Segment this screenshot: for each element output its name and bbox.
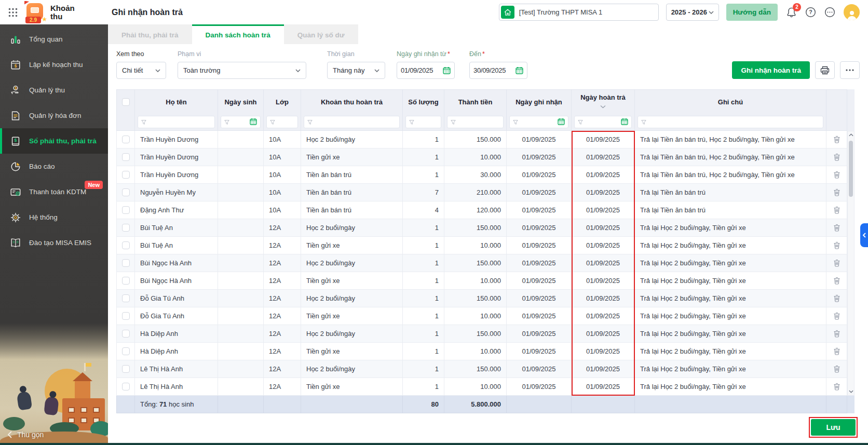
row-checkbox[interactable]	[122, 294, 130, 302]
row-checkbox[interactable]	[122, 153, 130, 161]
delete-row-button[interactable]	[833, 188, 840, 196]
delete-row-button[interactable]	[833, 224, 840, 232]
record-refund-button[interactable]: Ghi nhận hoàn trả	[732, 61, 810, 79]
header-actions-cell	[826, 89, 847, 114]
sidebar-collapse-button[interactable]: Thu gọn	[7, 430, 44, 439]
save-button[interactable]: Lưu	[811, 419, 856, 436]
sidebar-item-7[interactable]: Thanh toán KDTMNew	[0, 179, 108, 205]
tab-2[interactable]: Danh sách hoàn trả	[192, 24, 284, 44]
row-checkbox[interactable]	[122, 277, 130, 285]
scroll-down-icon[interactable]	[849, 388, 853, 395]
row-checkbox[interactable]	[122, 136, 130, 143]
more-options-button[interactable]	[824, 7, 835, 18]
cell: Trần Huyền Dương	[135, 166, 218, 184]
column-header[interactable]: Thành tiền	[444, 89, 507, 114]
delete-row-button[interactable]	[833, 347, 840, 355]
delete-row-button[interactable]	[833, 365, 840, 373]
column-filter-input[interactable]	[138, 116, 215, 128]
calendar-icon[interactable]	[558, 118, 565, 127]
delete-row-button[interactable]	[833, 330, 840, 338]
column-filter-input[interactable]	[266, 116, 298, 128]
column-header[interactable]: Họ tên	[135, 89, 218, 114]
column-filter-input[interactable]	[221, 116, 261, 128]
sidebar-item-label: Lập kế hoạch thu	[29, 61, 83, 69]
row-checkbox[interactable]	[122, 171, 130, 179]
column-filter-input[interactable]	[405, 116, 441, 128]
column-header[interactable]: Ngày hoàn trả	[572, 89, 635, 114]
time-select[interactable]: Tháng này	[327, 62, 385, 79]
table-row: Bùi Tuệ An12AHọc 2 buổi/ngày1150.00001/0…	[116, 219, 855, 237]
column-header[interactable]: Số lượng	[403, 89, 444, 114]
cell: 1	[403, 290, 444, 307]
calendar-icon[interactable]	[621, 118, 628, 127]
column-filter-input[interactable]	[638, 116, 823, 128]
column-header[interactable]: Ngày ghi nhận	[507, 89, 572, 114]
delete-row-button[interactable]	[833, 241, 840, 249]
sidebar-item-9[interactable]: Đào tạo MISA EMIS	[0, 230, 108, 255]
view-by-select[interactable]: Chi tiết	[116, 62, 166, 79]
sidebar-item-8[interactable]: Hệ thống	[0, 205, 108, 230]
column-header[interactable]: Ghi chú	[635, 89, 826, 114]
svg-text:?: ?	[809, 9, 812, 15]
scope-select[interactable]: Toàn trường	[178, 62, 306, 79]
delete-row-button[interactable]	[833, 259, 840, 267]
cell: Bùi Ngọc Hà Anh	[135, 254, 218, 272]
user-avatar[interactable]	[844, 4, 860, 20]
row-checkbox[interactable]	[122, 347, 130, 355]
column-header[interactable]: Ngày sinh	[218, 89, 264, 114]
chevron-left-icon	[862, 233, 866, 238]
column-filter-input[interactable]	[447, 116, 504, 128]
calendar-icon[interactable]	[250, 118, 257, 127]
column-filter-input[interactable]	[509, 116, 568, 128]
row-checkbox[interactable]	[122, 188, 130, 196]
table-more-button[interactable]	[840, 61, 860, 79]
column-filter-input[interactable]	[574, 116, 632, 128]
row-checkbox[interactable]	[122, 365, 130, 373]
delete-row-button[interactable]	[833, 136, 840, 143]
tab-3[interactable]: Quản lý số dư	[284, 24, 358, 44]
bottom-edge-strip	[0, 443, 868, 445]
delete-row-button[interactable]	[833, 153, 840, 161]
row-checkbox[interactable]	[122, 206, 130, 214]
guide-button[interactable]: Hướng dẫn	[726, 4, 778, 21]
column-header[interactable]: Lớp	[264, 89, 301, 114]
tab-1[interactable]: Phải thu, phải trả	[108, 24, 192, 44]
notifications-button[interactable]: 2	[786, 7, 797, 18]
cell: 01/09/2025	[572, 166, 635, 184]
row-checkbox[interactable]	[122, 241, 130, 249]
delete-row-button[interactable]	[833, 171, 840, 179]
date-from-input[interactable]: 01/09/2025	[397, 62, 455, 79]
sidebar-item-1[interactable]: Tổng quan	[0, 26, 108, 52]
sidebar-item-3[interactable]: $Quản lý thu	[0, 77, 108, 103]
delete-row-button[interactable]	[833, 294, 840, 302]
column-header[interactable]: Khoản thu hoàn trả	[301, 89, 403, 114]
date-to-input[interactable]: 30/09/2025	[469, 62, 527, 79]
delete-row-button[interactable]	[833, 383, 840, 390]
app-launcher-grid-icon[interactable]	[6, 6, 20, 19]
table-scrollbar[interactable]	[847, 131, 855, 396]
sidebar-item-6[interactable]: Báo cáo	[0, 154, 108, 179]
row-checkbox[interactable]	[122, 312, 130, 320]
select-all-checkbox[interactable]	[122, 98, 130, 106]
row-checkbox-cell	[116, 343, 135, 360]
print-button[interactable]	[815, 61, 835, 79]
sidebar-item-5[interactable]: $Sổ phải thu, phải trả	[0, 128, 108, 154]
delete-row-button[interactable]	[833, 277, 840, 285]
cell: Học 2 buổi/ngày	[301, 360, 403, 378]
sidebar-item-2[interactable]: $Lập kế hoạch thu	[0, 52, 108, 77]
column-filter-input[interactable]	[304, 116, 400, 128]
school-year-select[interactable]: 2025 - 2026	[666, 4, 719, 21]
row-checkbox[interactable]	[122, 383, 130, 390]
delete-row-button[interactable]	[833, 206, 840, 214]
row-checkbox[interactable]	[122, 259, 130, 267]
row-checkbox[interactable]	[122, 224, 130, 232]
school-selector[interactable]: [Test] Trường THPT MISA 1	[499, 4, 659, 21]
delete-row-button[interactable]	[833, 312, 840, 320]
row-checkbox[interactable]	[122, 330, 130, 338]
scroll-up-icon[interactable]	[849, 131, 853, 139]
scrollbar-thumb[interactable]	[849, 141, 853, 197]
sidebar-item-4[interactable]: Quản lý hóa đơn	[0, 103, 108, 128]
help-button[interactable]: ?	[805, 7, 816, 18]
row-delete-cell	[826, 360, 847, 378]
side-panel-toggle[interactable]	[860, 223, 868, 247]
